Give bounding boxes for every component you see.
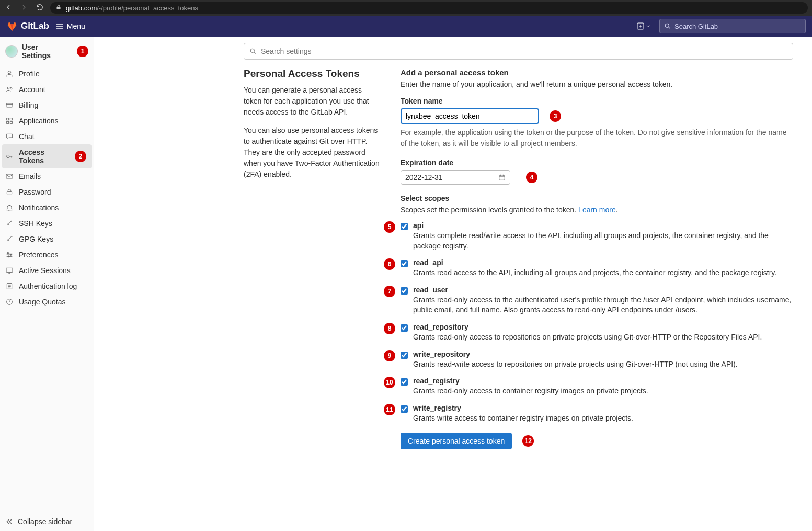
expiration-value: 2022-12-31 [405,173,443,182]
chat-icon [5,132,14,141]
annotation-10: 10 [384,377,395,388]
scope-checkbox-read_repository[interactable] [401,324,408,332]
collapse-sidebar[interactable]: Collapse sidebar [0,512,94,531]
search-settings[interactable] [244,43,793,60]
scope-checkbox-api[interactable] [401,223,408,230]
scope-desc: Grants read-only access to container reg… [413,386,793,397]
svg-rect-19 [6,268,13,272]
sidebar-item-applications[interactable]: Applications [0,113,94,129]
annotation-2: 2 [75,151,86,162]
scope-desc: Grants read-only access to the authentic… [413,295,793,315]
sidebar-item-label: Applications [19,117,59,125]
sidebar-item-label: Active Sessions [19,266,71,275]
annotation-6: 6 [384,258,395,270]
ssh-keys-icon [5,219,14,228]
svg-point-5 [10,87,12,89]
scope-name: read_user [413,286,793,294]
sidebar-item-notifications[interactable]: Notifications [0,200,94,216]
svg-rect-6 [6,103,13,107]
sidebar-item-chat[interactable]: Chat [0,129,94,144]
desc-2: You can also use personal access tokens … [244,125,380,180]
scope-desc: Grants read access to the API, including… [413,268,793,278]
avatar [5,45,18,58]
brand[interactable]: GitLab [6,20,49,32]
sidebar-item-password[interactable]: Password [0,184,94,200]
svg-rect-9 [7,121,9,123]
brand-label: GitLab [21,21,49,31]
token-name-input[interactable] [401,108,539,124]
new-dropdown[interactable] [634,20,653,32]
scope-checkbox-read_registry[interactable] [401,378,408,386]
scope-row-read_api: 6read_apiGrants read access to the API, … [376,258,793,278]
scope-name: read_api [413,258,793,267]
sidebar-item-active-sessions[interactable]: Active Sessions [0,263,94,278]
annotation-1: 1 [77,46,88,57]
global-search[interactable]: Search GitLab [659,19,806,33]
scope-row-read_repository: 8read_repositoryGrants read-only access … [376,323,793,343]
add-sub: Enter the name of your application, and … [401,80,793,88]
create-token-button[interactable]: Create personal access token [401,433,512,449]
sidebar-item-authentication-log[interactable]: Authentication log [0,278,94,294]
scope-desc: Grants read-only access to repositories … [413,332,793,343]
back-icon[interactable] [4,3,13,13]
access-tokens-icon [5,152,14,161]
notifications-icon [5,204,14,212]
sidebar-item-preferences[interactable]: Preferences [0,247,94,263]
annotation-9: 9 [384,350,395,361]
sidebar-item-emails[interactable]: Emails [0,168,94,184]
svg-point-11 [7,155,9,157]
sidebar-item-usage-quotas[interactable]: Usage Quotas [0,294,94,310]
sidebar-item-label: Billing [19,101,38,109]
plus-icon [636,22,645,30]
sidebar-item-ssh-keys[interactable]: SSH Keys [0,216,94,231]
sidebar-item-access-tokens[interactable]: Access Tokens2 [2,144,92,168]
scope-checkbox-write_repository[interactable] [401,352,408,359]
scope-checkbox-read_user[interactable] [401,287,408,295]
sidebar-item-gpg-keys[interactable]: GPG Keys [0,231,94,247]
annotation-8: 8 [384,323,395,334]
svg-point-17 [10,254,12,256]
scope-checkbox-write_registry[interactable] [401,405,408,413]
scope-name: write_repository [413,350,793,358]
browser-chrome: gitlab.com/-/profile/personal_access_tok… [0,0,812,16]
scope-name: read_registry [413,377,793,385]
sidebar-item-account[interactable]: Account [0,82,94,97]
scope-row-read_registry: 10read_registryGrants read-only access t… [376,377,793,397]
scope-checkbox-read_api[interactable] [401,260,408,267]
sidebar: User Settings 1 ProfileAccountBillingApp… [0,37,94,531]
sidebar-item-label: Password [19,188,51,196]
billing-icon [5,101,14,109]
gpg-keys-icon [5,235,14,243]
svg-rect-13 [7,191,12,195]
reload-icon[interactable] [36,3,44,13]
search-settings-input[interactable] [261,47,787,55]
password-icon [5,188,14,196]
sidebar-header: User Settings 1 [0,37,94,66]
token-name-label: Token name [401,97,793,105]
svg-point-4 [7,87,9,89]
search-icon [249,48,257,55]
chevron-double-left-icon [5,517,14,526]
applications-icon [5,117,14,125]
scope-row-api: 5apiGrants complete read/write access to… [376,221,793,251]
svg-rect-12 [6,174,13,178]
scope-desc: Grants read-write access to repositories… [413,359,793,370]
profile-icon [5,70,14,78]
calendar-icon [498,174,506,181]
chevron-down-icon [646,24,651,29]
learn-more-link[interactable]: Learn more [578,206,616,214]
scope-name: write_registry [413,404,793,412]
address-bar[interactable]: gitlab.com/-/profile/personal_access_tok… [50,2,808,14]
sidebar-item-label: Authentication log [19,282,77,290]
sidebar-item-label: GPG Keys [19,235,53,243]
menu-button[interactable]: Menu [55,22,85,30]
svg-rect-0 [57,7,61,9]
url-path: /-/profile/personal_access_tokens [97,4,198,12]
scope-name: api [413,221,793,230]
expiration-input[interactable]: 2022-12-31 [401,170,510,185]
annotation-3: 3 [550,110,561,122]
sidebar-item-profile[interactable]: Profile [0,66,94,82]
forward-icon[interactable] [20,3,28,13]
svg-rect-8 [10,118,12,120]
sidebar-item-billing[interactable]: Billing [0,97,94,113]
